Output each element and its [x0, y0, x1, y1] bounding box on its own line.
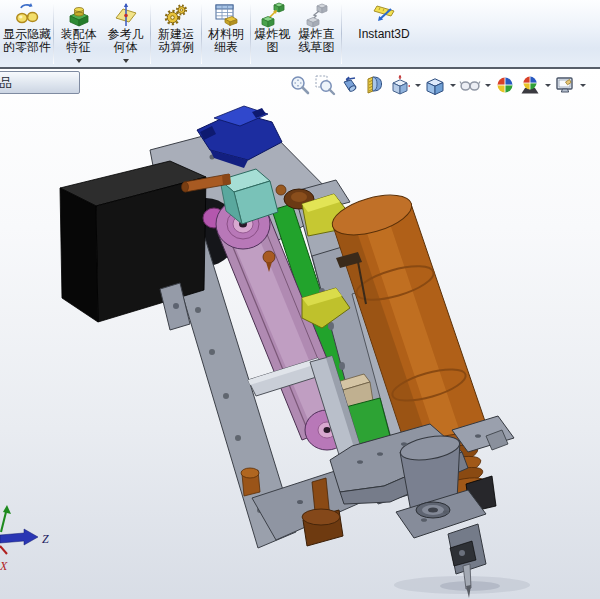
orientation-triad: Z X	[0, 505, 49, 573]
button-label: 爆炸视图	[253, 28, 292, 54]
explode-line-sketch-icon	[304, 2, 330, 28]
toolbar-separator	[201, 3, 202, 64]
dropdown-arrow-icon[interactable]	[76, 59, 82, 63]
toolbar-separator	[53, 3, 54, 64]
show-hide-components-icon	[14, 2, 40, 28]
button-reference-geometry[interactable]: 参考几何体	[102, 0, 149, 67]
reference-geometry-icon	[113, 2, 139, 28]
part-set-screw[interactable]	[241, 468, 260, 496]
button-exploded-view[interactable]: 爆炸视图	[252, 0, 293, 67]
button-bill-of-materials[interactable]: 材料明细表	[203, 0, 249, 67]
button-instant3d[interactable]: Instant3D	[343, 0, 425, 67]
toolbar-separator	[150, 3, 151, 64]
toolbar-separator	[341, 3, 342, 64]
triad-x-label: X	[0, 559, 8, 573]
new-motion-study-icon	[163, 2, 189, 28]
assembly-features-icon	[66, 2, 92, 28]
button-explode-line-sketch[interactable]: 爆炸直线草图	[293, 0, 340, 67]
model-shadow	[394, 576, 530, 594]
button-assembly-features[interactable]: 装配体特征	[55, 0, 102, 67]
triad-z-arrow	[0, 529, 38, 545]
button-label: 参考几何体	[103, 28, 148, 54]
button-label: 新建运动算例	[153, 28, 199, 54]
bill-of-materials-icon	[213, 2, 239, 28]
button-new-motion-study[interactable]: 新建运动算例	[152, 0, 200, 67]
button-label: 装配体特征	[56, 28, 101, 54]
button-show-hide-components[interactable]: 显示隐藏的零部件	[2, 0, 52, 67]
cad-model-viewport[interactable]: Z X	[0, 69, 600, 599]
triad-y-arrow	[3, 505, 11, 514]
exploded-view-icon	[260, 2, 286, 28]
button-label: 爆炸直线草图	[294, 28, 339, 54]
graphics-area[interactable]: 产品	[0, 69, 600, 599]
triad-z-label: Z	[42, 532, 49, 546]
button-label: 显示隐藏的零部件	[3, 28, 51, 54]
toolbar-separator	[250, 3, 251, 64]
instant3d-icon	[371, 2, 397, 28]
button-label: Instant3D	[358, 28, 409, 41]
button-label: 材料明细表	[204, 28, 248, 54]
triad-x-arrow	[0, 546, 7, 554]
command-toolbar: 显示隐藏的零部件 装配体特征 参考几何体	[0, 0, 600, 69]
dropdown-arrow-icon[interactable]	[123, 59, 129, 63]
